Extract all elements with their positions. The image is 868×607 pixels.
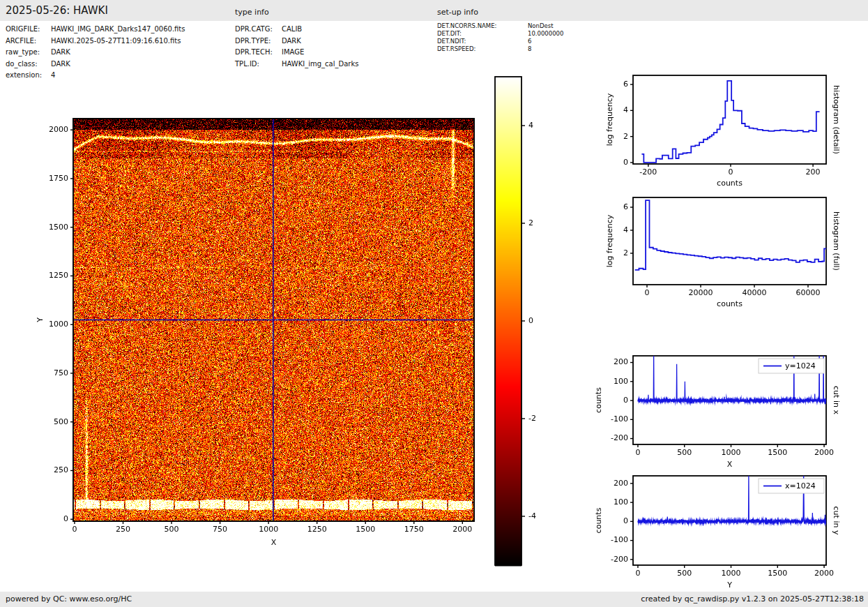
field-value: IMAGE — [282, 47, 304, 59]
field-label: DET.NCORRS.NAME: — [437, 22, 528, 30]
section-heading-type-info: type info — [235, 8, 269, 17]
colorbar-canvas — [488, 70, 558, 569]
file-info-row-rawtype: raw_type: DARK — [6, 47, 185, 59]
field-label: ORIGFILE: — [6, 24, 51, 36]
type-info-row-tech: DPR.TECH: IMAGE — [235, 47, 358, 59]
title-bar: 2025-05-26: HAWKI type info set-up info — [0, 0, 868, 21]
histogram-detail-canvas — [589, 66, 868, 193]
field-label: DPR.TYPE: — [235, 36, 282, 47]
setup-info-row-ndit: DET.NDIT: 6 — [437, 38, 563, 45]
file-info-row-origfile: ORIGFILE: HAWKI_IMG_DARK_Darks147_0060.f… — [6, 24, 185, 36]
field-label: DPR.TECH: — [235, 47, 282, 59]
field-value: DARK — [51, 47, 70, 59]
field-value: NonDest — [528, 22, 553, 30]
field-label: ARCFILE: — [6, 36, 51, 47]
file-info-row-arcfile: ARCFILE: HAWKI.2025-05-27T11:09:16.610.f… — [6, 36, 185, 47]
setup-info-block: DET.NCORRS.NAME: NonDest DET.DIT: 10.000… — [437, 22, 563, 53]
field-value: 6 — [528, 38, 531, 45]
page-title: 2025-05-26: HAWKI — [6, 4, 108, 17]
type-info-row-catg: DPR.CATG: CALIB — [235, 24, 358, 36]
field-value: 10.0000000 — [528, 30, 563, 38]
field-label: DET.DIT: — [437, 30, 528, 38]
field-label: DET.NDIT: — [437, 38, 528, 45]
type-info-block: DPR.CATG: CALIB DPR.TYPE: DARK DPR.TECH:… — [235, 24, 358, 70]
field-label: DPR.CATG: — [235, 24, 282, 36]
footer-bar: powered by QC: www.eso.org/HC created by… — [0, 592, 868, 607]
footer-created-by: created by qc_rawdisp.py v1.2.3 on 2025-… — [641, 594, 864, 604]
footer-powered-by: powered by QC: www.eso.org/HC — [6, 594, 132, 604]
setup-info-row-rspeed: DET.RSPEED: 8 — [437, 45, 563, 53]
histogram-full-canvas — [589, 188, 868, 314]
section-heading-setup-info: set-up info — [437, 8, 478, 17]
field-value: HAWKI.2025-05-27T11:09:16.610.fits — [51, 36, 181, 47]
cut-in-x-canvas — [589, 347, 868, 480]
field-label: DET.RSPEED: — [437, 45, 528, 53]
field-label: raw_type: — [6, 47, 51, 59]
field-value: HAWKI_IMG_DARK_Darks147_0060.fits — [51, 24, 185, 36]
field-value: 8 — [528, 45, 531, 53]
setup-info-row-dit: DET.DIT: 10.0000000 — [437, 30, 563, 38]
setup-info-row-ncorrs: DET.NCORRS.NAME: NonDest — [437, 22, 563, 30]
field-value: DARK — [282, 36, 301, 47]
raw-image-canvas — [14, 66, 530, 569]
type-info-row-type: DPR.TYPE: DARK — [235, 36, 358, 47]
cut-in-y-canvas — [589, 467, 868, 601]
field-value: CALIB — [282, 24, 302, 36]
